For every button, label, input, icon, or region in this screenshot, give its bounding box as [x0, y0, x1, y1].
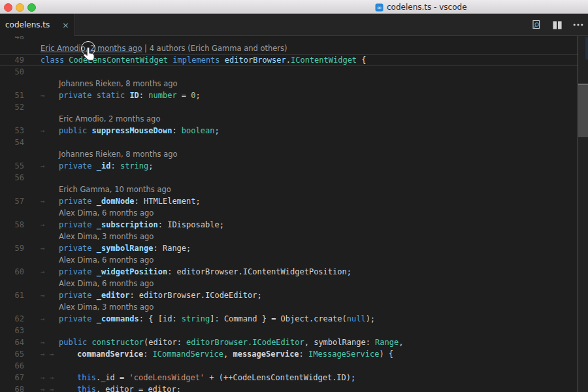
- line-number[interactable]: 68: [0, 384, 24, 392]
- line-number: [0, 78, 24, 90]
- code-line[interactable]: 55→private _id: string;: [0, 160, 578, 172]
- code-token: =: [177, 91, 191, 100]
- line-number[interactable]: 60: [0, 266, 24, 278]
- tab-codelens-ts[interactable]: codelens.ts ×: [0, 14, 75, 36]
- line-number[interactable]: 67: [0, 372, 24, 384]
- code-token: ._editor = editor;: [96, 385, 181, 392]
- code-text: →private _subscription: IDisposable;: [41, 219, 224, 231]
- line-number[interactable]: 57: [0, 195, 24, 207]
- codelens-row[interactable]: Johannes Rieken, 8 months ago: [0, 78, 578, 90]
- code-line[interactable]: 57→private _domNode: HTMLElement;: [0, 195, 578, 207]
- svg-text:∞: ∞: [377, 4, 382, 10]
- code-line[interactable]: 50: [0, 66, 578, 78]
- line-number[interactable]: 50: [0, 66, 24, 78]
- codelens-row[interactable]: Alex Dima, 3 months ago: [0, 301, 578, 313]
- code-line[interactable]: 56: [0, 172, 578, 184]
- line-number[interactable]: 62: [0, 313, 24, 325]
- line-number[interactable]: 56: [0, 172, 24, 184]
- codelens-label: Eric Amodio, 2 months ago: [59, 114, 160, 123]
- code-token: : editorBrowser.ICodeEditor;: [129, 291, 261, 300]
- code-token: _commands: [97, 314, 139, 323]
- line-number[interactable]: 54: [0, 137, 24, 148]
- scrollbar-track[interactable]: [578, 36, 588, 392]
- code-line[interactable]: 63: [0, 325, 578, 336]
- code-line[interactable]: 59→private _symbolRange: Range;: [0, 242, 578, 254]
- line-number[interactable]: 61: [0, 289, 24, 301]
- codelens-text: Alex Dima, 3 months ago: [41, 301, 154, 313]
- line-number[interactable]: 59: [0, 242, 24, 254]
- line-number[interactable]: 48: [0, 36, 24, 42]
- minimize-window-button[interactable]: [16, 3, 24, 12]
- line-number[interactable]: 52: [0, 101, 24, 113]
- code-line[interactable]: 60→private _widgetPosition: editorBrowse…: [0, 266, 578, 278]
- code-token: implements: [172, 56, 224, 65]
- code-text: →private _commands: { [id: string]: Comm…: [41, 313, 375, 325]
- code-token: ;: [148, 161, 153, 171]
- blame-codelens-link[interactable]: Eric Amodio, 2 months ago: [41, 44, 142, 53]
- line-number[interactable]: 53: [0, 125, 24, 137]
- more-actions-button[interactable]: [572, 19, 584, 31]
- codelens-row[interactable]: Alex Dima, 6 months ago: [0, 254, 578, 266]
- code-line[interactable]: 64→public constructor(editor: editorBrow…: [0, 336, 578, 348]
- line-number[interactable]: 65: [0, 348, 24, 360]
- code-token: private static: [59, 91, 129, 100]
- tab-whitespace-icon: →: [41, 90, 50, 102]
- code-token: CodeLensContentWidget: [69, 56, 172, 65]
- code-line[interactable]: 68→→this._editor = editor;: [0, 384, 578, 392]
- codelens-label: 4 authors (Erich Gamma and others): [150, 44, 287, 53]
- code-token: ;: [214, 126, 219, 135]
- code-token: (editor:: [144, 338, 186, 347]
- editor-pane[interactable]: 48Eric Amodio, 2 months ago | 4 authors …: [0, 36, 588, 392]
- code-token: IMessageService: [308, 350, 379, 359]
- code-line[interactable]: 51→private static ID: number = 0;: [0, 90, 578, 101]
- line-number[interactable]: 51: [0, 90, 24, 101]
- code-line[interactable]: 52: [0, 101, 578, 113]
- code-token: editorBrowser: [225, 56, 286, 65]
- code-line[interactable]: 62→private _commands: { [id: string]: Co…: [0, 313, 578, 325]
- line-number: [0, 42, 24, 54]
- codelens-row[interactable]: Johannes Rieken, 8 months ago: [0, 148, 578, 160]
- line-number[interactable]: 66: [0, 360, 24, 372]
- codelens-row[interactable]: Alex Dima, 6 months ago: [0, 207, 578, 219]
- line-number[interactable]: 58: [0, 219, 24, 231]
- tab-whitespace-icon: →: [50, 349, 59, 361]
- tab-whitespace-icon: →: [41, 161, 50, 172]
- line-number[interactable]: 49: [0, 55, 24, 65]
- code-line[interactable]: 54: [0, 137, 578, 148]
- code-token: : { [id:: [139, 314, 182, 323]
- scrollbar-thumb[interactable]: [578, 84, 588, 137]
- line-number: [0, 301, 24, 313]
- codelens-label: Alex Dima, 6 months ago: [59, 279, 154, 288]
- code-line[interactable]: 48: [0, 36, 578, 42]
- code-line[interactable]: 65→→commandService: ICommandService, mes…: [0, 348, 578, 360]
- code-line[interactable]: 58→private _subscription: IDisposable;: [0, 219, 578, 231]
- tab-whitespace-icon: →: [50, 372, 59, 384]
- codelens-row[interactable]: Alex Dima, 6 months ago: [0, 278, 578, 289]
- code-token: private: [59, 244, 97, 253]
- line-number[interactable]: 55: [0, 160, 24, 172]
- codelens-row[interactable]: Eric Amodio, 2 months ago | 4 authors (E…: [0, 42, 578, 54]
- line-number[interactable]: 64: [0, 336, 24, 348]
- codelens-row[interactable]: Erich Gamma, 10 months ago: [0, 184, 578, 195]
- split-editor-icon: [552, 20, 563, 30]
- open-preview-button[interactable]: [531, 19, 542, 31]
- code-token: _id: [97, 161, 111, 171]
- codelens-text: Johannes Rieken, 8 months ago: [41, 78, 178, 90]
- split-editor-button[interactable]: [551, 19, 563, 31]
- close-window-button[interactable]: [4, 3, 12, 12]
- codelens-text: Eric Amodio, 2 months ago | 4 authors (E…: [41, 42, 287, 54]
- codelens-row[interactable]: Eric Amodio, 2 months ago: [0, 113, 578, 125]
- code-line[interactable]: 66: [0, 360, 578, 372]
- code-line[interactable]: 53→public suppressMouseDown: boolean;: [0, 125, 578, 137]
- tab-close-icon[interactable]: ×: [62, 21, 69, 29]
- code-token: : HTMLElement;: [135, 197, 201, 206]
- code-token: :: [110, 161, 120, 171]
- code-token: commandService: [77, 350, 143, 359]
- code-line[interactable]: 49class CodeLensContentWidget implements…: [0, 54, 578, 66]
- code-line[interactable]: 67→→this._id = 'codeLensWidget' + (++Cod…: [0, 372, 578, 384]
- code-line[interactable]: 61→private _editor: editorBrowser.ICodeE…: [0, 289, 578, 301]
- line-number[interactable]: 63: [0, 325, 24, 336]
- code-token: : IDisposable;: [158, 220, 224, 229]
- codelens-row[interactable]: Alex Dima, 3 months ago: [0, 231, 578, 242]
- zoom-window-button[interactable]: [27, 3, 36, 12]
